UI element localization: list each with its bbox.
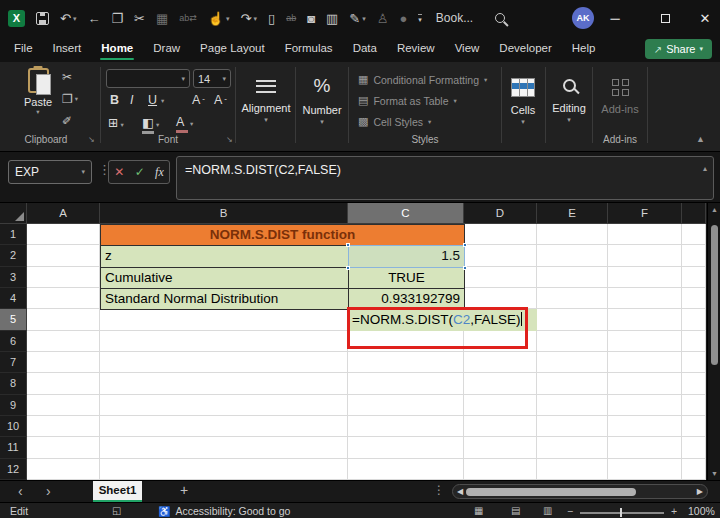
row-header-12[interactable]: 12 [0, 459, 27, 480]
ref-handle[interactable] [346, 243, 350, 247]
scroll-right-icon[interactable]: ▶ [697, 487, 703, 496]
zoom-level[interactable]: 100% [688, 505, 715, 517]
select-all-button[interactable] [0, 203, 27, 224]
find-replace-icon[interactable]: ab⇄ [179, 14, 197, 23]
picture-icon[interactable]: ▦ [156, 12, 168, 25]
row-header-11[interactable]: 11 [0, 437, 27, 458]
page-layout-view-icon[interactable]: ▤ [511, 505, 520, 516]
ink-pen-icon[interactable]: ✎▾ [349, 12, 365, 25]
page-break-view-icon[interactable]: ▥ [543, 505, 552, 516]
name-box[interactable]: EXP ▾ [8, 160, 92, 184]
scroll-down-icon[interactable]: ▼ [708, 470, 720, 477]
normal-view-icon[interactable]: ▦ [474, 505, 483, 516]
ref-handle[interactable] [463, 243, 467, 247]
cells-group-button[interactable]: Cells ▾ [503, 70, 543, 126]
fill-color-button[interactable]: ◧▾ [142, 115, 159, 134]
tab-page-layout[interactable]: Page Layout [190, 37, 275, 61]
editing-group-button[interactable]: Editing ▾ [547, 70, 591, 124]
underline-dropdown[interactable]: ▾ [161, 97, 164, 105]
tab-help[interactable]: Help [562, 37, 606, 61]
shape-circle-icon[interactable]: ● [399, 12, 407, 25]
conditional-formatting-button[interactable]: ▦Conditional Formatting▾ [358, 71, 498, 88]
bold-button[interactable]: B [110, 93, 119, 107]
zoom-slider-track[interactable] [580, 512, 664, 514]
sheet-tab-sheet1[interactable]: Sheet1 [93, 481, 142, 502]
number-group-button[interactable]: % Number ▾ [296, 70, 348, 126]
tab-draw[interactable]: Draw [143, 37, 190, 61]
ref-handle[interactable] [463, 266, 467, 270]
zoom-out-button[interactable]: − [567, 505, 573, 517]
cut-button[interactable]: ✂ [62, 70, 72, 84]
new-file-icon[interactable]: ▯ [268, 12, 275, 25]
column-header-f[interactable]: F [608, 203, 682, 224]
macro-record-icon[interactable]: ◱ [112, 505, 121, 516]
row-header-7[interactable]: 7 [0, 352, 27, 373]
account-avatar[interactable]: AK [572, 7, 594, 29]
tab-insert[interactable]: Insert [43, 37, 92, 61]
camera-icon[interactable]: ◙ [307, 12, 315, 25]
font-color-button[interactable]: A▾ [176, 115, 193, 133]
tab-data[interactable]: Data [343, 37, 387, 61]
horizontal-scrollbar[interactable]: ◀ ▶ [452, 484, 708, 499]
cut-icon[interactable]: ✂ [134, 12, 145, 25]
format-as-table-button[interactable]: ▤Format as Table▾ [358, 92, 498, 109]
undo-icon[interactable]: ↶▾ [60, 12, 76, 25]
minimize-button[interactable]: ─ [595, 0, 635, 36]
add-sheet-button[interactable]: + [180, 482, 188, 498]
touch-mode-icon[interactable]: ☝▾ [208, 12, 230, 25]
row-header-1[interactable]: 1 [0, 224, 27, 245]
font-dialog-launcher-icon[interactable]: ↘ [226, 135, 233, 144]
format-painter-button[interactable]: ✐ [62, 114, 72, 128]
row-header-6[interactable]: 6 [0, 331, 27, 352]
formula-input[interactable]: =NORM.S.DIST(C2,FALSE) ▴ [176, 156, 714, 200]
column-header-partial[interactable] [682, 203, 706, 224]
tab-formulas[interactable]: Formulas [275, 37, 343, 61]
row-header-10[interactable]: 10 [0, 416, 27, 437]
cancel-icon[interactable]: ✕ [114, 165, 124, 179]
tab-developer[interactable]: Developer [489, 37, 561, 61]
qat-overflow-icon[interactable]: ▾ [418, 14, 422, 23]
addins-button[interactable]: Add-ins [596, 70, 644, 115]
zoom-slider-thumb[interactable] [620, 508, 622, 517]
tab-file[interactable]: File [4, 37, 43, 61]
strikethrough-icon[interactable]: ab [286, 14, 296, 23]
column-header-d[interactable]: D [464, 203, 537, 224]
column-header-e[interactable]: E [537, 203, 608, 224]
font-name-combo[interactable]: ▾ [106, 69, 190, 88]
cell-b3[interactable]: Cumulative [100, 267, 349, 289]
font-size-combo[interactable]: 14▾ [193, 69, 231, 88]
copy-icon[interactable]: ❐ [111, 12, 123, 25]
clipboard-dialog-launcher-icon[interactable]: ↘ [88, 135, 95, 144]
redo-icon[interactable]: ↷▾ [241, 12, 257, 25]
row-header-4[interactable]: 4 [0, 288, 27, 309]
enter-icon[interactable]: ✓ [135, 165, 145, 179]
save-icon[interactable] [36, 12, 49, 25]
tab-home[interactable]: Home [91, 37, 143, 61]
vertical-scrollbar[interactable]: ▲ ▼ [707, 203, 720, 480]
italic-button[interactable]: I [130, 93, 133, 107]
cell-b1-title[interactable]: NORM.S.DIST function [100, 224, 465, 246]
copy-button[interactable]: ❐▾ [62, 92, 78, 106]
column-header-c[interactable]: C [348, 203, 464, 224]
doc-preview-icon[interactable]: ▥ [326, 12, 338, 25]
increase-font-button[interactable]: Aˆ [192, 93, 205, 107]
ref-handle[interactable] [346, 266, 350, 270]
cell-styles-button[interactable]: ▩Cell Styles▾ [358, 113, 498, 130]
tab-view[interactable]: View [445, 37, 490, 61]
close-button[interactable]: ✕ [685, 0, 720, 36]
maximize-button[interactable] [645, 0, 685, 36]
vertical-scroll-thumb[interactable] [711, 225, 718, 365]
share-button[interactable]: ↗ Share ▾ [645, 39, 712, 59]
cell-b2[interactable]: z [100, 245, 349, 267]
alignment-group-button[interactable]: Alignment ▾ [237, 70, 295, 124]
underline-button[interactable]: U [148, 93, 157, 107]
row-header-9[interactable]: 9 [0, 395, 27, 416]
cell-b4[interactable]: Standard Normal Distribution [100, 288, 349, 310]
insert-function-icon[interactable]: fx [155, 165, 164, 180]
prev-sheet-icon[interactable]: ‹ [18, 483, 23, 499]
sheet-options-icon[interactable]: ⋮ [433, 483, 445, 497]
expand-formula-bar-icon[interactable]: ▴ [703, 164, 707, 173]
back-icon[interactable]: ← [87, 12, 100, 25]
excel-logo[interactable]: X [8, 10, 25, 27]
search-icon[interactable] [495, 13, 505, 23]
